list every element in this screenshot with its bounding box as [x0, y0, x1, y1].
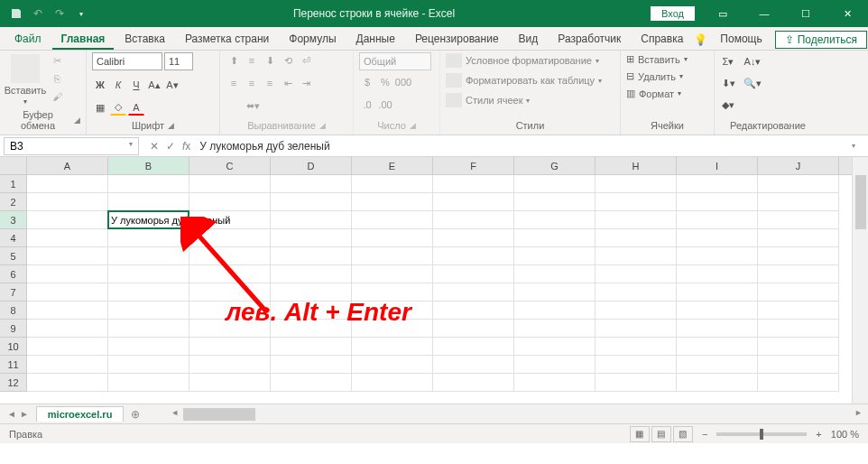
zoom-slider[interactable] — [716, 432, 807, 436]
insert-cells-button[interactable]: ⊞Вставить▾ — [626, 52, 708, 66]
redo-icon[interactable]: ↷ — [52, 6, 67, 21]
save-icon[interactable] — [9, 6, 23, 21]
minimize-button[interactable]: — — [743, 0, 785, 27]
col-header[interactable]: B — [108, 157, 189, 174]
zoom-out-button[interactable]: − — [702, 429, 707, 440]
col-header[interactable]: F — [433, 157, 514, 174]
find-icon[interactable]: 🔍▾ — [740, 75, 765, 91]
row-header[interactable]: 9 — [0, 320, 26, 338]
bold-button[interactable]: Ж — [92, 77, 108, 93]
sign-in-button[interactable]: Вход — [651, 6, 695, 21]
col-header[interactable]: G — [514, 157, 596, 174]
number-format-select[interactable] — [359, 52, 431, 70]
clear-icon[interactable]: ◆▾ — [720, 97, 736, 113]
cut-icon[interactable]: ✂ — [49, 52, 65, 69]
delete-cells-button[interactable]: ⊟Удалить▾ — [626, 70, 708, 83]
autosum-icon[interactable]: Σ▾ — [720, 53, 736, 70]
format-cells-button[interactable]: ▥Формат▾ — [626, 87, 708, 100]
paste-button[interactable]: Вставить▾ — [5, 52, 45, 107]
align-top-icon[interactable]: ⬆ — [226, 52, 242, 69]
align-center-icon[interactable]: ≡ — [244, 75, 260, 91]
sheet-next-icon[interactable]: ► — [20, 409, 29, 419]
col-header[interactable]: C — [189, 157, 271, 174]
tell-me-button[interactable]: Помощь — [711, 29, 771, 50]
fill-icon[interactable]: ⬇▾ — [720, 75, 736, 91]
cell-b3[interactable]: У лукоморья дуб зеленый — [108, 211, 189, 229]
conditional-format-button[interactable]: Условное форматирование▾ — [446, 52, 614, 69]
view-page-break-icon[interactable]: ▧ — [673, 426, 693, 442]
tab-insert[interactable]: Вставка — [115, 29, 174, 50]
tab-file[interactable]: Файл — [5, 29, 51, 50]
row-header[interactable]: 12 — [0, 374, 26, 392]
borders-icon[interactable]: ▦ — [92, 99, 108, 116]
row-header[interactable]: 4 — [0, 229, 26, 247]
currency-icon[interactable]: $ — [359, 74, 375, 90]
select-all-corner[interactable] — [0, 157, 27, 174]
col-header[interactable]: E — [352, 157, 433, 174]
zoom-level[interactable]: 100 % — [831, 429, 859, 440]
cancel-edit-icon[interactable]: ✕ — [150, 140, 159, 153]
dialog-launcher-icon[interactable]: ◢ — [410, 121, 416, 130]
tab-home[interactable]: Главная — [52, 29, 115, 50]
italic-button[interactable]: К — [110, 77, 126, 93]
fx-icon[interactable]: fx — [182, 140, 190, 153]
row-header[interactable]: 6 — [0, 265, 26, 283]
col-header[interactable]: I — [677, 157, 758, 174]
row-header[interactable]: 10 — [0, 338, 26, 356]
row-header[interactable]: 1 — [0, 175, 26, 193]
col-header[interactable]: J — [758, 157, 839, 174]
share-button[interactable]: ⇪Поделиться — [775, 31, 867, 49]
underline-button[interactable]: Ч — [128, 77, 144, 93]
sheet-prev-icon[interactable]: ◄ — [7, 409, 16, 419]
add-sheet-button[interactable]: ⊕ — [124, 408, 147, 421]
percent-icon[interactable]: % — [377, 74, 393, 90]
view-normal-icon[interactable]: ▦ — [630, 426, 650, 442]
col-header[interactable]: H — [596, 157, 677, 174]
increase-decimal-icon[interactable]: .0 — [359, 97, 375, 113]
row-header[interactable]: 3 — [0, 211, 26, 229]
format-painter-icon[interactable]: 🖌 — [49, 88, 65, 105]
dialog-launcher-icon[interactable]: ◢ — [319, 121, 326, 130]
shrink-font-icon[interactable]: A▾ — [164, 77, 180, 93]
indent-dec-icon[interactable]: ⇤ — [280, 75, 296, 91]
row-header[interactable]: 8 — [0, 302, 26, 320]
vertical-scrollbar[interactable] — [852, 157, 868, 404]
zoom-in-button[interactable]: + — [816, 429, 821, 440]
horizontal-scrollbar[interactable]: ◄► — [183, 408, 850, 421]
font-size-select[interactable] — [164, 52, 193, 70]
undo-icon[interactable]: ↶ — [31, 6, 45, 21]
cell-styles-button[interactable]: Стили ячеек▾ — [446, 92, 614, 108]
row-header[interactable]: 7 — [0, 283, 26, 302]
cells-area[interactable]: У лукоморья дуб зеленый — [27, 175, 852, 404]
expand-formula-icon[interactable]: ▾ — [852, 142, 861, 150]
align-bottom-icon[interactable]: ⬇ — [262, 52, 278, 69]
indent-inc-icon[interactable]: ⇥ — [298, 75, 314, 91]
align-right-icon[interactable]: ≡ — [262, 75, 278, 91]
merge-icon[interactable]: ⬌▾ — [226, 97, 280, 114]
tab-help[interactable]: Справка — [632, 29, 692, 50]
formula-input[interactable]: У лукоморья дуб зеленый — [198, 138, 845, 154]
confirm-edit-icon[interactable]: ✓ — [166, 140, 175, 153]
tab-data[interactable]: Данные — [347, 29, 404, 50]
sheet-tab[interactable]: microexcel.ru — [36, 406, 125, 422]
align-left-icon[interactable]: ≡ — [226, 75, 242, 91]
wrap-text-icon[interactable]: ⏎ — [298, 52, 314, 69]
spreadsheet-grid[interactable]: A B C D E F G H I J 1 2 3 4 5 6 7 8 9 10… — [0, 157, 868, 404]
font-name-select[interactable] — [92, 52, 162, 70]
tab-developer[interactable]: Разработчик — [549, 29, 630, 50]
decrease-decimal-icon[interactable]: .00 — [377, 97, 393, 113]
qat-dropdown-icon[interactable]: ▾ — [74, 6, 88, 21]
maximize-button[interactable]: ☐ — [785, 0, 826, 27]
align-middle-icon[interactable]: ≡ — [244, 52, 260, 69]
tab-view[interactable]: Вид — [510, 29, 548, 50]
view-page-layout-icon[interactable]: ▤ — [651, 426, 671, 442]
dialog-launcher-icon[interactable]: ◢ — [168, 121, 174, 130]
row-header[interactable]: 5 — [0, 247, 26, 265]
font-color-icon[interactable]: A — [128, 99, 144, 116]
tell-me-icon[interactable]: 💡 — [694, 33, 707, 46]
col-header[interactable]: A — [27, 157, 108, 174]
name-box[interactable]: B3▾ — [4, 137, 139, 155]
grow-font-icon[interactable]: A▴ — [146, 77, 162, 93]
col-header[interactable]: D — [271, 157, 352, 174]
ribbon-options-icon[interactable]: ▭ — [702, 0, 743, 27]
